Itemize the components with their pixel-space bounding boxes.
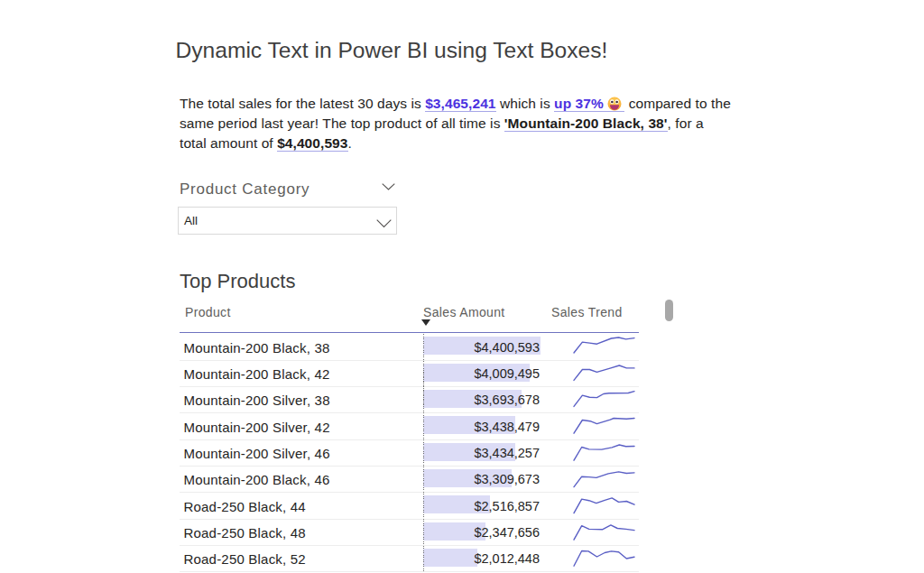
- narrative-line: same period last year! The top product o…: [180, 114, 731, 134]
- table-row[interactable]: Mountain-200 Black, 46$3,309,673: [180, 467, 639, 493]
- table-row[interactable]: Mountain-200 Silver, 46$3,434,257: [180, 440, 639, 467]
- narrative-text: The total sales for the latest 30 days i…: [180, 96, 425, 111]
- sales-trend-sparkline: [573, 467, 636, 490]
- data-bar-axis: [423, 334, 424, 573]
- dynamic-value: $4,400,593: [277, 135, 347, 152]
- table-title: Top Products: [180, 270, 295, 293]
- column-header-product[interactable]: Product: [185, 305, 231, 319]
- product-cell: Mountain-200 Silver, 46: [184, 445, 330, 460]
- slicer-selected-value: All: [184, 214, 198, 227]
- narrative-line: The total sales for the latest 30 days i…: [180, 94, 731, 114]
- table-row[interactable]: Mountain-200 Black, 38$4,400,593: [180, 334, 639, 360]
- narrative-text: , for a: [668, 116, 704, 131]
- product-cell: Mountain-200 Black, 46: [184, 472, 330, 487]
- header-divider: [180, 332, 639, 334]
- sales-amount-cell: $3,309,673: [423, 472, 540, 486]
- sales-amount-cell: $4,400,593: [423, 340, 540, 355]
- sales-amount-cell: $4,009,495: [423, 366, 540, 381]
- narrative-text-box: The total sales for the latest 30 days i…: [180, 94, 731, 153]
- table-row[interactable]: Mountain-200 Silver, 38$3,693,678: [180, 387, 639, 413]
- sales-amount-cell: $2,516,857: [423, 499, 540, 513]
- narrative-text: which is: [496, 96, 555, 111]
- sales-amount-cell: $3,434,257: [423, 446, 540, 460]
- sales-trend-sparkline: [573, 388, 636, 411]
- chevron-down-icon[interactable]: [376, 219, 392, 228]
- sales-amount-cell: $2,347,656: [423, 525, 540, 540]
- narrative-text: same period last year! The top product o…: [180, 116, 504, 131]
- product-cell: Road-250 Black, 52: [184, 551, 306, 567]
- chevron-down-icon[interactable]: [382, 183, 395, 190]
- sales-trend-sparkline: [573, 494, 636, 516]
- sales-trend-sparkline: [573, 362, 636, 384]
- sales-trend-sparkline: [573, 335, 636, 357]
- product-cell: Mountain-200 Black, 42: [184, 365, 330, 381]
- column-header-sales-trend[interactable]: Sales Trend: [551, 305, 623, 319]
- sales-trend-sparkline: [573, 414, 636, 437]
- sales-trend-sparkline: [573, 441, 636, 464]
- product-cell: Road-250 Black, 44: [184, 498, 306, 513]
- narrative-text: total amount of: [180, 135, 277, 151]
- product-cell: Mountain-200 Silver, 42: [184, 419, 330, 434]
- sales-amount-cell: $2,012,448: [423, 551, 540, 566]
- sales-trend-sparkline: [573, 521, 636, 543]
- table-row[interactable]: Road-250 Black, 44$2,516,857: [180, 493, 639, 519]
- grinning-face-emoji: [607, 97, 622, 111]
- dynamic-value: up 37%: [554, 96, 624, 112]
- product-cell: Mountain-200 Black, 38: [184, 339, 330, 355]
- narrative-text: .: [348, 135, 352, 151]
- dynamic-value: $3,465,241: [425, 96, 495, 112]
- sales-trend-sparkline: [573, 547, 636, 569]
- table-row[interactable]: Road-250 Black, 52$2,012,448: [180, 546, 639, 572]
- slicer-dropdown[interactable]: All: [178, 207, 397, 235]
- sales-amount-cell: $3,693,678: [423, 393, 540, 407]
- narrative-line: total amount of $4,400,593.: [180, 134, 731, 153]
- table-row[interactable]: Road-250 Black, 48$2,347,656: [180, 520, 639, 546]
- table-row[interactable]: Mountain-200 Black, 42$4,009,495: [180, 361, 639, 387]
- table-row[interactable]: Mountain-200 Silver, 42$3,438,479: [180, 413, 639, 439]
- product-cell: Road-250 Black, 48: [184, 524, 306, 540]
- dynamic-value: 'Mountain-200 Black, 38': [504, 116, 668, 132]
- page-title: Dynamic Text in Power BI using Text Boxe…: [176, 38, 608, 63]
- sales-amount-cell: $3,438,479: [423, 420, 540, 434]
- product-cell: Mountain-200 Silver, 38: [184, 393, 330, 408]
- table-body: Mountain-200 Black, 38$4,400,593Mountain…: [180, 334, 639, 572]
- vertical-scrollbar-thumb[interactable]: [665, 300, 673, 321]
- slicer-header: Product Category: [180, 180, 310, 199]
- sort-descending-icon[interactable]: [421, 319, 430, 326]
- narrative-text: compared to the: [624, 96, 731, 111]
- column-header-sales-amount[interactable]: Sales Amount: [423, 305, 505, 319]
